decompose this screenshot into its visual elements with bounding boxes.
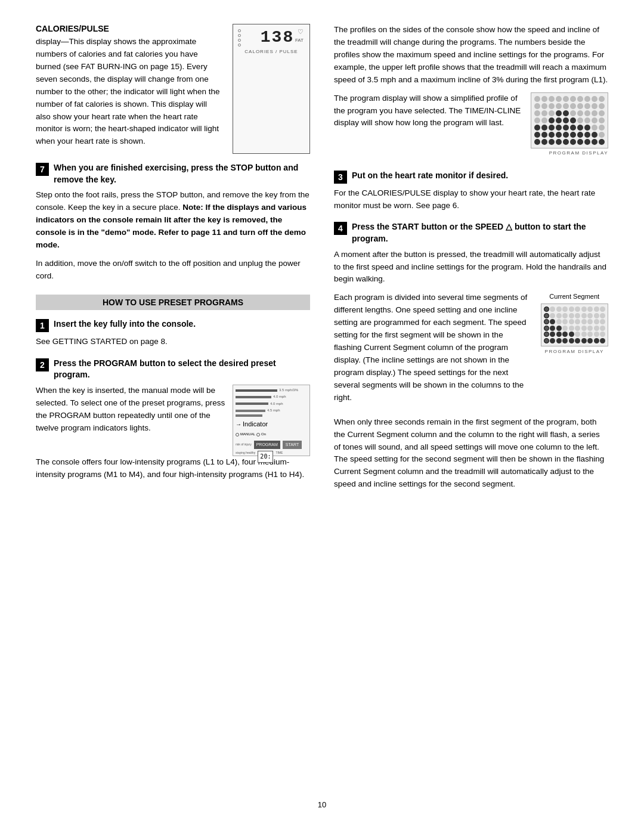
preset-banner: HOW TO USE PRESET PROGRAMS: [36, 295, 310, 310]
seg-dot: [575, 338, 580, 343]
right-para1: The profiles on the sides of the console…: [334, 24, 608, 86]
prog-bar: [236, 396, 271, 398]
step1-number: 1: [36, 319, 49, 332]
seg-dot: [556, 326, 562, 331]
seg-dot: [581, 306, 587, 312]
dm-dot: [563, 125, 569, 131]
seg-dot: [600, 319, 605, 324]
step7-para2: In addition, move the on/off switch to t…: [36, 258, 310, 283]
seg-dot: [550, 319, 555, 324]
seg-dot: [556, 332, 562, 337]
risk-text: risk of injury: [236, 442, 252, 447]
step3-para: For the CALORIES/PULSE display to show y…: [334, 187, 608, 212]
dot-matrix-grid: [531, 92, 608, 148]
time-display: 20:: [258, 451, 273, 463]
seg-dot: [569, 306, 574, 312]
step3-number: 3: [334, 171, 347, 184]
step2-header: 2 Press the PROGRAM button to select the…: [36, 358, 310, 381]
display-dots: [238, 29, 241, 47]
dm-dot: [584, 139, 590, 145]
dm-dot: [541, 103, 547, 109]
current-seg-box: [541, 304, 609, 346]
step3-body: For the CALORIES/PULSE display to show y…: [334, 187, 608, 212]
seg-dot: [594, 332, 599, 337]
dm-dot: [549, 110, 555, 116]
dm-dot: [570, 96, 576, 102]
dm-dot: [570, 117, 576, 123]
seg-dot: [594, 338, 599, 343]
step1-para: See GETTING STARTED on page 8.: [36, 336, 310, 348]
dm-dot: [549, 125, 555, 131]
dm-dot: [577, 132, 583, 138]
dm-dot: [577, 103, 583, 109]
seg-dot: [594, 319, 599, 324]
prog-row-5: [236, 414, 307, 417]
dm-dot: [592, 139, 597, 145]
calories-text-block: CALORIES/PULSE display—This display show…: [36, 24, 223, 154]
seg-dot: [569, 332, 574, 337]
dm-dot: [584, 117, 590, 123]
seg-dot: [550, 306, 555, 312]
current-segment-area: Each program is divided into several tim…: [334, 292, 608, 410]
dm-dot: [599, 96, 605, 102]
program-display-wrapper: PROGRAM DISPLAY: [531, 92, 608, 156]
seg-dot: [562, 306, 568, 312]
page-container: CALORIES/PULSE display—This display show…: [0, 0, 644, 833]
step4-title: Press the START button or the SPEED △ bu…: [352, 221, 608, 244]
dm-dot: [592, 125, 597, 131]
seg-dot: [587, 332, 593, 337]
dm-dot: [541, 125, 547, 131]
calories-title: CALORIES/PULSE: [36, 24, 223, 33]
dm-dot: [563, 96, 569, 102]
seg-dot: [581, 313, 587, 318]
seg-dot: [556, 306, 562, 312]
dm-dot: [563, 117, 569, 123]
step3-section: 3 Put on the heart rate monitor if desir…: [334, 170, 608, 212]
dm-dot: [570, 132, 576, 138]
dm-dot: [534, 96, 540, 102]
current-seg-label: Current Segment: [541, 292, 609, 302]
dm-dot: [592, 117, 597, 123]
step2-content: When the key is inserted, the manual mod…: [36, 385, 310, 456]
dot: [238, 44, 241, 47]
on-text: On: [261, 432, 266, 437]
seg-grid: [544, 306, 606, 343]
dm-dot: [549, 117, 555, 123]
seg-dot: [550, 313, 555, 318]
seg-dot: [556, 313, 562, 318]
dm-dot: [556, 103, 562, 109]
seg-dot: [562, 326, 568, 331]
prog-row-3: 4.0 mph: [236, 401, 307, 407]
step1-section: 1 Insert the key fully into the console.…: [36, 318, 310, 348]
start-button[interactable]: START: [283, 441, 302, 450]
dm-dot: [541, 132, 547, 138]
staying-text: staying healthy: [236, 451, 255, 463]
seg-dot: [575, 306, 580, 312]
prog-label: 4.0 mph: [273, 394, 286, 400]
dm-dot: [584, 132, 590, 138]
dm-dot: [599, 103, 605, 109]
heart-icon: ♡: [298, 28, 304, 36]
seg-dot: [575, 332, 580, 337]
program-display-label2: PROGRAM DISPLAY: [545, 348, 604, 355]
dm-dot: [599, 139, 605, 145]
dm-dot: [584, 110, 590, 116]
program-button[interactable]: PROGRAM: [254, 441, 280, 450]
dm-dot: [534, 117, 540, 123]
step2-title: Press the PROGRAM button to select the d…: [54, 358, 310, 381]
dm-dot: [549, 132, 555, 138]
seg-dot: [562, 313, 568, 318]
cal-label: CALORIES / PULSE: [244, 49, 298, 54]
prog-bar: [236, 414, 262, 417]
seg-dot: [600, 332, 605, 337]
step1-title: Insert the key fully into the console.: [54, 318, 196, 330]
step2-body: When the key is inserted, the manual mod…: [36, 385, 310, 481]
dm-dot: [599, 110, 605, 116]
step3-header: 3 Put on the heart rate monitor if desir…: [334, 170, 608, 184]
program-display-label: PROGRAM DISPLAY: [549, 150, 608, 156]
seg-dot: [544, 338, 549, 343]
dm-dot: [541, 117, 547, 123]
seg-dot: [587, 306, 593, 312]
dm-dot: [556, 132, 562, 138]
seg-dot: [587, 326, 593, 331]
